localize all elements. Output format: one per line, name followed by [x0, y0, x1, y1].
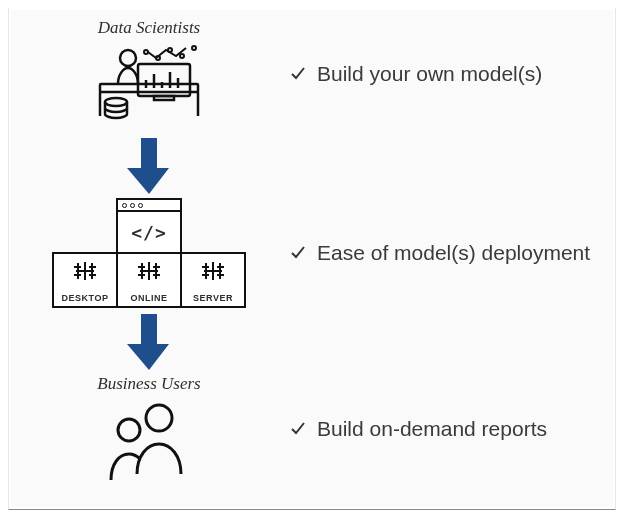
svg-point-12	[144, 50, 148, 54]
svg-point-16	[192, 46, 196, 50]
stage-data-scientists: Data Scientists	[9, 18, 615, 130]
svg-point-18	[118, 419, 140, 441]
stage1-graphic: Data Scientists	[9, 18, 289, 130]
benefit-row-2: Ease of model(s) deployment	[289, 241, 615, 265]
stage-business-users: Business Users Build on-demand reports	[9, 374, 615, 484]
svg-point-0	[120, 50, 136, 66]
stage3-graphic: Business Users	[9, 374, 289, 484]
svg-point-15	[180, 54, 184, 58]
benefit-text-1: Build your own model(s)	[317, 62, 542, 86]
svg-rect-1	[100, 84, 198, 92]
benefit-row-3: Build on-demand reports	[289, 417, 615, 441]
tableau-server-box: SERVER	[180, 252, 246, 308]
diagram-frame: Data Scientists	[8, 8, 616, 510]
svg-point-4	[105, 98, 127, 106]
benefit-row-1: Build your own model(s)	[289, 62, 615, 86]
data-scientist-icon	[94, 44, 204, 130]
tableau-desktop-box: DESKTOP	[52, 252, 118, 308]
code-symbol: </>	[118, 212, 180, 252]
benefit-text-3: Build on-demand reports	[317, 417, 547, 441]
tableau-online-box: ONLINE	[116, 252, 182, 308]
check-icon	[289, 244, 307, 262]
role-label-ds: Data Scientists	[98, 18, 200, 38]
svg-rect-6	[154, 96, 174, 100]
benefit-text-2: Ease of model(s) deployment	[317, 241, 590, 265]
stage2-graphic: </> DESKTOP ONLIN	[9, 198, 289, 308]
tableau-logo-icon	[200, 258, 226, 284]
business-users-icon	[99, 400, 199, 484]
product-label-server: SERVER	[193, 293, 233, 303]
check-icon	[289, 65, 307, 83]
stage-tableau: </> DESKTOP ONLIN	[9, 198, 615, 308]
tableau-products-row: DESKTOP ONLINE SERVER	[52, 252, 246, 308]
flow-arrow-1	[127, 138, 171, 194]
product-label-online: ONLINE	[130, 293, 167, 303]
check-icon	[289, 420, 307, 438]
svg-point-17	[146, 405, 172, 431]
flow-arrow-2	[127, 314, 171, 370]
code-window-icon: </>	[116, 198, 182, 254]
product-label-desktop: DESKTOP	[62, 293, 109, 303]
tableau-logo-icon	[72, 258, 98, 284]
role-label-bu: Business Users	[97, 374, 200, 394]
tableau-logo-icon	[136, 258, 162, 284]
